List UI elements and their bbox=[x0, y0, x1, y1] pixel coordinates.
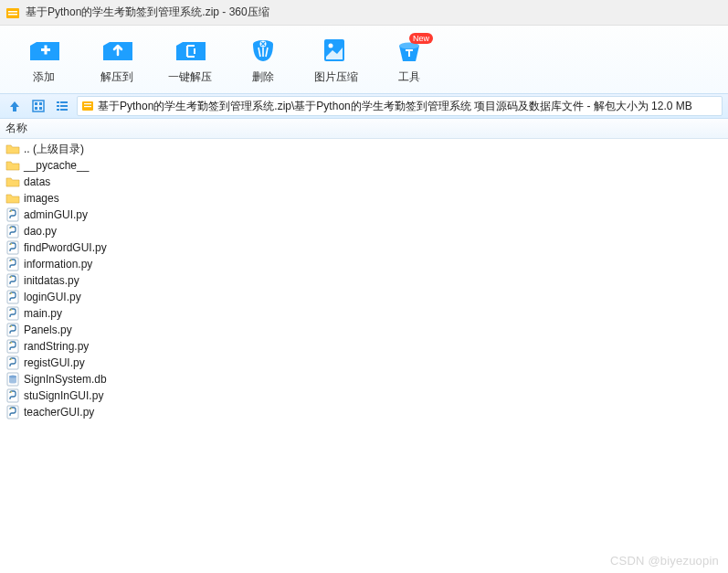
file-name: findPwordGUI.py bbox=[24, 241, 107, 254]
view-thumb-icon[interactable] bbox=[29, 97, 47, 115]
delete-label: 删除 bbox=[252, 69, 274, 85]
file-name: SignInSystem.db bbox=[24, 373, 107, 386]
zip-file-icon bbox=[81, 100, 94, 112]
column-name-label: 名称 bbox=[5, 121, 27, 136]
path-box[interactable]: 基于Python的学生考勤签到管理系统.zip\基于Python的学生考勤签到管… bbox=[77, 96, 723, 116]
svg-point-8 bbox=[329, 44, 333, 48]
tools-button[interactable]: New 工具 bbox=[373, 31, 446, 91]
svg-point-41 bbox=[10, 342, 12, 344]
svg-rect-0 bbox=[6, 8, 19, 18]
db-file-icon bbox=[5, 372, 20, 387]
file-row[interactable]: randString.py bbox=[4, 338, 724, 355]
svg-point-31 bbox=[10, 260, 12, 261]
svg-rect-19 bbox=[57, 109, 59, 111]
file-name: Panels.py bbox=[24, 324, 72, 336]
file-name: randString.py bbox=[24, 340, 89, 353]
one-click-label: 一键解压 bbox=[168, 69, 212, 85]
add-icon bbox=[27, 37, 60, 64]
svg-rect-23 bbox=[84, 106, 91, 107]
svg-point-43 bbox=[10, 358, 12, 360]
svg-rect-12 bbox=[39, 102, 42, 105]
file-row[interactable]: datas bbox=[4, 174, 724, 190]
image-compress-icon bbox=[320, 37, 353, 64]
py-file-icon bbox=[5, 388, 20, 403]
file-row[interactable]: registGUI.py bbox=[4, 355, 724, 371]
file-name: stuSignInGUI.py bbox=[24, 389, 103, 402]
file-row[interactable]: initdatas.py bbox=[4, 272, 724, 289]
file-name: main.py bbox=[24, 307, 62, 320]
svg-point-37 bbox=[10, 309, 12, 311]
svg-rect-17 bbox=[57, 105, 59, 107]
svg-rect-14 bbox=[39, 107, 42, 110]
file-name: .. (上级目录) bbox=[24, 142, 84, 157]
one-click-extract-button[interactable]: 一键解压 bbox=[153, 31, 227, 91]
app-icon bbox=[5, 5, 20, 20]
svg-rect-1 bbox=[8, 11, 17, 13]
file-name: initdatas.py bbox=[24, 274, 79, 287]
file-row[interactable]: dao.py bbox=[4, 223, 724, 239]
column-header[interactable]: 名称 bbox=[0, 119, 728, 139]
file-name: __pycache__ bbox=[24, 159, 89, 172]
file-row[interactable]: images bbox=[4, 190, 724, 207]
py-file-icon bbox=[5, 207, 20, 222]
new-badge: New bbox=[409, 33, 433, 44]
svg-point-25 bbox=[10, 210, 12, 212]
add-label: 添加 bbox=[33, 69, 55, 85]
extract-to-label: 解压到 bbox=[100, 69, 133, 85]
nav-bar: 基于Python的学生考勤签到管理系统.zip\基于Python的学生考勤签到管… bbox=[0, 93, 728, 119]
file-row[interactable]: loginGUI.py bbox=[4, 289, 724, 305]
folder-icon bbox=[5, 191, 20, 206]
file-list: .. (上级目录)__pycache__datasimagesadminGUI.… bbox=[0, 139, 728, 422]
file-name: images bbox=[24, 192, 59, 205]
file-row[interactable]: .. (上级目录) bbox=[4, 141, 724, 157]
file-name: registGUI.py bbox=[24, 356, 85, 369]
tools-label: 工具 bbox=[398, 69, 420, 85]
file-row[interactable]: stuSignInGUI.py bbox=[4, 387, 724, 404]
file-row[interactable]: teacherGUI.py bbox=[4, 404, 724, 420]
file-name: adminGUI.py bbox=[24, 208, 88, 221]
title-bar: 基于Python的学生考勤签到管理系统.zip - 360压缩 bbox=[0, 0, 728, 26]
view-list-icon[interactable] bbox=[53, 97, 71, 115]
svg-point-27 bbox=[10, 227, 12, 228]
folder-icon bbox=[5, 142, 20, 156]
delete-button[interactable]: 删除 bbox=[227, 31, 300, 91]
py-file-icon bbox=[5, 323, 20, 337]
folder-icon bbox=[5, 158, 20, 173]
add-button[interactable]: 添加 bbox=[7, 31, 80, 91]
py-file-icon bbox=[5, 273, 20, 288]
file-row[interactable]: main.py bbox=[4, 305, 724, 322]
svg-rect-11 bbox=[35, 102, 37, 105]
py-file-icon bbox=[5, 290, 20, 304]
folder-icon bbox=[5, 175, 20, 189]
svg-rect-2 bbox=[8, 14, 17, 16]
file-name: information.py bbox=[24, 258, 92, 271]
image-compress-button[interactable]: 图片压缩 bbox=[300, 31, 373, 91]
svg-rect-4 bbox=[45, 46, 47, 55]
one-click-icon bbox=[174, 37, 206, 64]
py-file-icon bbox=[5, 405, 20, 419]
svg-rect-22 bbox=[84, 103, 91, 104]
file-row[interactable]: SignInSystem.db bbox=[4, 371, 724, 387]
file-row[interactable]: __pycache__ bbox=[4, 157, 724, 174]
svg-point-47 bbox=[10, 391, 12, 393]
extract-to-button[interactable]: 解压到 bbox=[80, 31, 153, 91]
file-name: dao.py bbox=[24, 225, 57, 238]
file-row[interactable]: information.py bbox=[4, 256, 724, 272]
py-file-icon bbox=[5, 240, 20, 255]
file-row[interactable]: findPwordGUI.py bbox=[4, 239, 724, 256]
file-name: teacherGUI.py bbox=[24, 406, 94, 419]
file-name: datas bbox=[24, 175, 50, 188]
file-row[interactable]: adminGUI.py bbox=[4, 207, 724, 223]
up-icon[interactable] bbox=[5, 97, 24, 115]
delete-icon bbox=[247, 37, 280, 64]
svg-rect-20 bbox=[60, 109, 68, 111]
toolbar: 添加 解压到 一键解压 删除 图片压缩 New 工具 bbox=[0, 26, 728, 93]
py-file-icon bbox=[5, 355, 20, 370]
file-name: loginGUI.py bbox=[24, 291, 81, 303]
py-file-icon bbox=[5, 306, 20, 321]
svg-point-35 bbox=[10, 292, 12, 294]
file-row[interactable]: Panels.py bbox=[4, 322, 724, 338]
svg-point-49 bbox=[10, 408, 12, 409]
window-title: 基于Python的学生考勤签到管理系统.zip - 360压缩 bbox=[26, 5, 269, 20]
path-text: 基于Python的学生考勤签到管理系统.zip\基于Python的学生考勤签到管… bbox=[98, 99, 692, 114]
